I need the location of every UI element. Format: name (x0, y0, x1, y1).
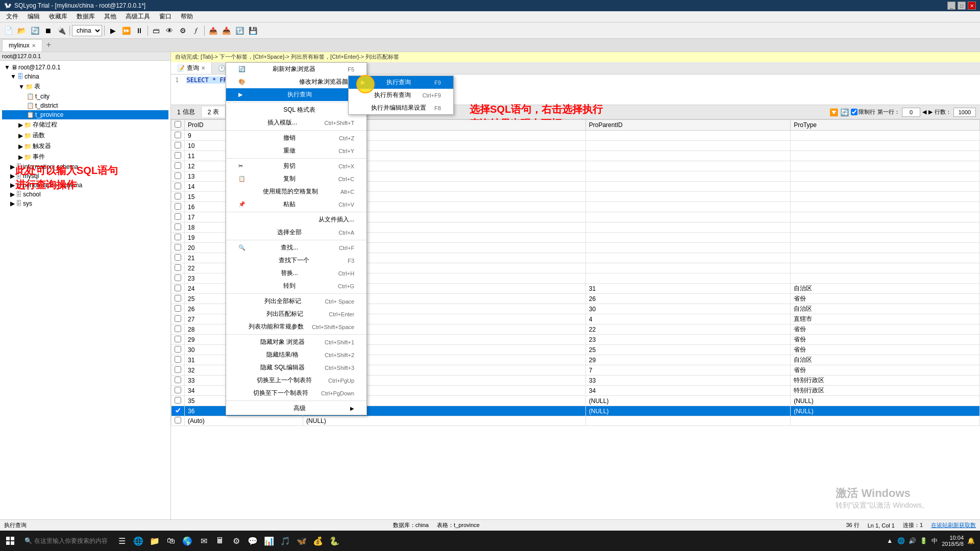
connection-tab-mylinux[interactable]: mylinux ✕ (2, 39, 42, 52)
ctx-modify-color[interactable]: 🎨 修改对象浏览器颜色 (226, 76, 366, 88)
tray-network[interactable]: 🌐 (896, 536, 906, 546)
ctx-redo[interactable]: 重做 Ctrl+Y (226, 144, 366, 157)
conn-tab-close[interactable]: ✕ (32, 43, 36, 48)
menu-help[interactable]: 帮助 (177, 11, 197, 22)
row-check-25[interactable] (172, 386, 185, 396)
taskbar-app6[interactable]: 💰 (312, 535, 324, 547)
tree-db-mysql[interactable]: ▶ 🗄 mysql (2, 171, 168, 181)
start-button[interactable] (0, 531, 20, 551)
limit-checkbox[interactable] (851, 109, 857, 115)
row-check-16[interactable] (172, 294, 185, 304)
ctx-list-all-tags[interactable]: 列出全部标记 Ctrl+ Space (226, 295, 366, 308)
row-check-0[interactable] (172, 131, 185, 141)
ctx-undo[interactable]: 撤销 Ctrl+Z (226, 132, 366, 144)
submenu-exec-all[interactable]: 执行所有查询 Ctrl+F9 (349, 89, 453, 102)
taskbar-app3[interactable]: 📊 (263, 535, 275, 547)
tray-ime[interactable]: 中 (929, 536, 940, 546)
tree-functions[interactable]: ▶ 📁 函数 (2, 130, 168, 141)
tree-events[interactable]: ▶ 📁 事件 (2, 152, 168, 162)
taskbar-app5[interactable]: 🦋 (296, 535, 308, 547)
tree-triggers[interactable]: ▶ 📁 触发器 (2, 141, 168, 152)
ctx-copy-spaces[interactable]: 使用规范的空格复制 Alt+C (226, 185, 366, 198)
tree-tables-folder[interactable]: ▼ 📁 表 (2, 81, 168, 92)
taskbar-app4[interactable]: 🎵 (279, 535, 291, 547)
ctx-paste[interactable]: 📌 粘贴 Ctrl+V (226, 198, 366, 211)
row-check-13[interactable] (172, 263, 185, 273)
ctx-find[interactable]: 🔍 查找... Ctrl+F (226, 241, 366, 254)
ctx-insert-template[interactable]: 插入模版... Ctrl+Shift+T (226, 116, 366, 129)
row-check-3[interactable] (172, 161, 185, 171)
row-check-19[interactable] (172, 324, 185, 335)
taskbar-app7[interactable]: 🐍 (328, 535, 340, 547)
toolbar-export[interactable]: 📤 (207, 24, 219, 37)
row-check-1[interactable] (172, 141, 185, 151)
query-tab-close[interactable]: ✕ (201, 65, 205, 71)
toolbar-view[interactable]: 👁 (163, 24, 176, 37)
taskbar-mail[interactable]: ✉ (198, 535, 210, 547)
first-row-input[interactable] (902, 108, 920, 117)
row-check-12[interactable] (172, 253, 185, 263)
toolbar-run[interactable]: ▶ (107, 24, 119, 37)
ctx-select-all[interactable]: 选择全部 Ctrl+A (226, 226, 366, 239)
tray-expand[interactable]: ▲ (885, 536, 895, 546)
taskbar-edge[interactable]: 🌐 (132, 535, 144, 547)
row-check-7[interactable] (172, 202, 185, 212)
ctx-list-func-params[interactable]: 列表功能和常规参数 Ctrl+Shift+Space (226, 320, 366, 333)
tree-root[interactable]: ▼ 🖥 root@127.0.0.1 (2, 63, 168, 72)
tree-db-school[interactable]: ▶ 🗄 school (2, 190, 168, 199)
taskbar-store[interactable]: 🛍 (165, 535, 177, 547)
ctx-insert-file[interactable]: 从文件插入... (226, 213, 366, 226)
toolbar-proc[interactable]: ⚙ (177, 24, 189, 37)
tree-db-sys[interactable]: ▶ 🗄 sys (2, 199, 168, 208)
menu-favorites[interactable]: 收藏库 (45, 11, 71, 22)
row-check-10[interactable] (172, 233, 185, 243)
arrow-right[interactable]: ▶ (928, 109, 933, 115)
ctx-prev-tab[interactable]: 切换至上一个制表符 Ctrl+PgUp (226, 374, 366, 387)
status-link[interactable]: 在诶站刷新获取数 (931, 521, 976, 529)
ctx-list-match-tags[interactable]: 列出匹配标记 Ctrl+Enter (226, 308, 366, 320)
ctx-copy[interactable]: 📋 复制 Ctrl+C (226, 172, 366, 185)
menu-other[interactable]: 其他 (100, 11, 120, 22)
row-check-15[interactable] (172, 284, 185, 294)
auto-check[interactable] (172, 416, 185, 426)
taskbar-taskview[interactable]: ☰ (116, 535, 128, 547)
taskbar-time[interactable]: 10:04 2018/5/8 (942, 535, 964, 547)
toolbar-stop2[interactable]: ⏸ (133, 24, 145, 37)
taskbar-explorer[interactable]: 📁 (149, 535, 161, 547)
row-check-2[interactable] (172, 151, 185, 161)
ctx-cut[interactable]: ✂ 剪切 Ctrl+X (226, 160, 366, 172)
row-check-27[interactable] (172, 406, 185, 416)
toolbar-open[interactable]: 📂 (15, 24, 28, 37)
tray-battery[interactable]: 🔋 (918, 536, 928, 546)
row-check-17[interactable] (172, 304, 185, 314)
submenu-exec-edit[interactable]: 执行并编辑结果设置 F8 (349, 102, 453, 114)
query-tab-query[interactable]: 📝 查询 ✕ (171, 62, 212, 74)
row-check-6[interactable] (172, 192, 185, 202)
ctx-sql-format[interactable]: SQL 格式表 ▶ (226, 104, 366, 116)
row-check-11[interactable] (172, 243, 185, 253)
menu-file[interactable]: 文件 (2, 11, 22, 22)
tree-table-t-city[interactable]: 📋 t_city (2, 92, 168, 101)
submenu-exec-query[interactable]: ▶ 执行查询 F9 (349, 76, 453, 89)
tree-table-t-district[interactable]: 📋 t_district (2, 101, 168, 110)
taskbar-app2[interactable]: 💬 (247, 535, 259, 547)
tree-db-info-schema[interactable]: ▶ 🗄 information_schema (2, 162, 168, 171)
row-check-20[interactable] (172, 335, 185, 345)
minimize-button[interactable]: _ (947, 2, 955, 10)
toolbar-connect[interactable]: 🔌 (55, 24, 67, 37)
ctx-hide-browser[interactable]: 隐藏对象 浏览器 Ctrl+Shift+1 (226, 336, 366, 348)
tray-volume[interactable]: 🔊 (907, 536, 917, 546)
toolbar-sync[interactable]: 🔃 (233, 24, 246, 37)
col-proparentid[interactable]: ProParentID (585, 120, 790, 131)
toolbar-func[interactable]: 𝑓 (190, 24, 202, 37)
ctx-replace[interactable]: 替换... Ctrl+H (226, 267, 366, 280)
row-check-22[interactable] (172, 355, 185, 365)
taskbar-search[interactable]: 🔍 在这里输入你要搜索的内容 (20, 535, 112, 547)
row-check-26[interactable] (172, 396, 185, 406)
taskbar-chrome[interactable]: 🌎 (181, 535, 193, 547)
refresh-result-icon[interactable]: 🔄 (840, 108, 849, 116)
menu-advanced-tools[interactable]: 高级工具 (121, 11, 154, 22)
maximize-button[interactable]: □ (958, 2, 966, 10)
select-all-checkbox[interactable] (175, 121, 181, 128)
row-count-input[interactable] (953, 108, 976, 117)
